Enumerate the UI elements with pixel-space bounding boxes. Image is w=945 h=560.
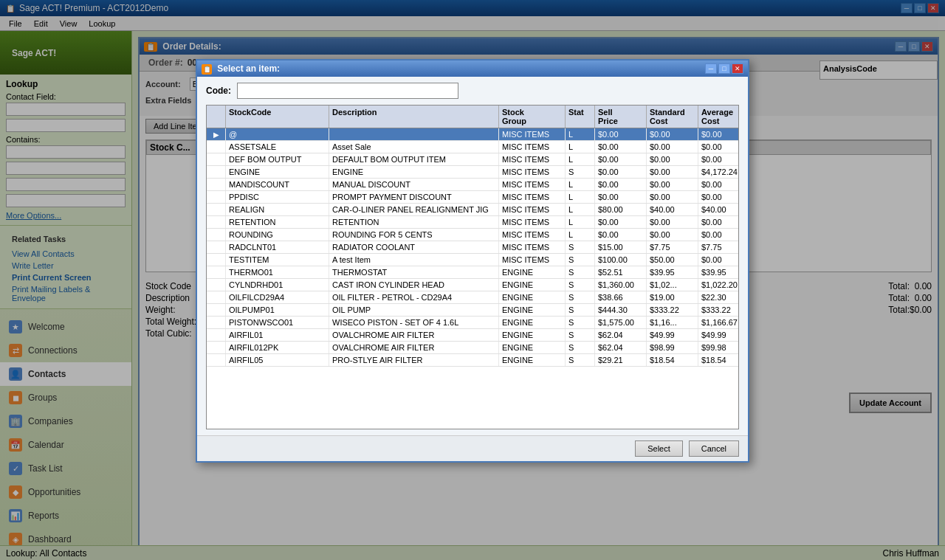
cell-description: WISECO PISTON - SET OF 4 1.6L — [329, 317, 499, 328]
table-row[interactable]: PPDISC PROMPT PAYMENT DISCOUNT MISC ITEM… — [207, 191, 738, 204]
cell-description: OVALCHROME AIR FILTER — [329, 329, 499, 341]
cell-description: Asset Sale — [329, 141, 499, 153]
cell-average-cost: $333.22 — [698, 304, 738, 316]
table-row[interactable]: MANDISCOUNT MANUAL DISCOUNT MISC ITEMS L… — [207, 179, 738, 191]
table-row[interactable]: OILFILCD29A4 OIL FILTER - PETROL - CD29A… — [207, 291, 738, 304]
cell-stock-code: @ — [226, 128, 329, 140]
cell-standard-cost: $98.99 — [647, 342, 698, 353]
cell-average-cost: $40.00 — [698, 204, 738, 215]
dialog-bottom: Select Cancel — [197, 435, 748, 461]
cell-stat: S — [566, 329, 595, 341]
cell-average-cost: $0.00 — [698, 191, 738, 203]
dialog-controls: ─ □ ✕ — [705, 63, 743, 74]
grid-header: StockCode Description StockGroup Stat Se… — [207, 106, 738, 128]
cell-sell-price: $1,575.00 — [595, 317, 647, 328]
code-input[interactable] — [237, 83, 458, 99]
code-label: Code: — [206, 86, 231, 96]
cell-description — [329, 128, 499, 140]
col-header-description: Description — [329, 106, 499, 128]
dialog-maximize[interactable]: □ — [718, 63, 730, 74]
table-row[interactable]: AIRFIL01 OVALCHROME AIR FILTER ENGINE S … — [207, 329, 738, 342]
dialog-close[interactable]: ✕ — [732, 63, 743, 74]
cell-standard-cost: $18.54 — [647, 354, 698, 366]
code-row: Code: — [206, 83, 739, 99]
modal-overlay: 📋 Select an item: ─ □ ✕ Code: StockCode — [0, 0, 945, 560]
cell-average-cost: $99.98 — [698, 342, 738, 353]
dialog-title-bar: 📋 Select an item: ─ □ ✕ — [197, 61, 748, 77]
row-indicator — [207, 254, 226, 266]
cell-stock-code: TESTITEM — [226, 254, 329, 266]
table-row[interactable]: AIRFIL012PK OVALCHROME AIR FILTER ENGINE… — [207, 342, 738, 354]
row-indicator — [207, 317, 226, 328]
table-row[interactable]: ROUNDING ROUNDING FOR 5 CENTS MISC ITEMS… — [207, 229, 738, 241]
dialog-minimize[interactable]: ─ — [705, 63, 717, 74]
table-row[interactable]: CYLNDRHD01 CAST IRON CYLINDER HEAD ENGIN… — [207, 279, 738, 291]
items-grid: StockCode Description StockGroup Stat Se… — [206, 105, 739, 429]
cell-stock-code: CYLNDRHD01 — [226, 279, 329, 291]
table-row[interactable]: OILPUMP01 OIL PUMP ENGINE S $444.30 $333… — [207, 304, 738, 317]
cell-stock-group: ENGINE — [499, 304, 566, 316]
cell-average-cost: $0.00 — [698, 141, 738, 153]
cell-stock-code: RADCLNT01 — [226, 241, 329, 253]
cell-stat: L — [566, 128, 595, 140]
dialog-title-text: 📋 Select an item: — [202, 63, 280, 75]
row-indicator — [207, 279, 226, 291]
cell-stock-group: MISC ITEMS — [499, 153, 566, 165]
cell-stock-group: MISC ITEMS — [499, 179, 566, 190]
cell-stat: L — [566, 216, 595, 228]
col-header-sell-price: SellPrice — [595, 106, 647, 128]
cell-stock-code: AIRFIL012PK — [226, 342, 329, 353]
cell-stock-code: ROUNDING — [226, 229, 329, 241]
table-row[interactable]: ▶ @ MISC ITEMS L $0.00 $0.00 $0.00 $0.00 — [207, 128, 738, 141]
table-row[interactable]: TESTITEM A test Item MISC ITEMS S $100.0… — [207, 254, 738, 266]
cell-stock-code: THERMO01 — [226, 266, 329, 278]
cell-stock-code: AIRFIL01 — [226, 329, 329, 341]
table-row[interactable]: THERMO01 THERMOSTAT ENGINE S $52.51 $39.… — [207, 266, 738, 279]
cell-stock-group: ENGINE — [499, 342, 566, 353]
cell-stat: S — [566, 304, 595, 316]
col-header-average-cost: Average Cost — [698, 106, 739, 128]
cell-stock-group: MISC ITEMS — [499, 166, 566, 178]
cell-average-cost: $39.95 — [698, 266, 738, 278]
cell-standard-cost: $0.00 — [647, 191, 698, 203]
table-row[interactable]: RETENTION RETENTION MISC ITEMS L $0.00 $… — [207, 216, 738, 229]
cell-average-cost: $1,022.20 — [698, 279, 738, 291]
cell-description: PROMPT PAYMENT DISCOUNT — [329, 191, 499, 203]
col-header-indicator — [207, 106, 226, 128]
row-indicator — [207, 229, 226, 241]
table-row[interactable]: RADCLNT01 RADIATOR COOLANT MISC ITEMS S … — [207, 241, 738, 254]
cancel-button[interactable]: Cancel — [689, 440, 739, 457]
cell-stat: S — [566, 166, 595, 178]
cell-stock-group: MISC ITEMS — [499, 191, 566, 203]
cell-description: DEFAULT BOM OUTPUT ITEM — [329, 153, 499, 165]
cell-stat: L — [566, 191, 595, 203]
cell-stat: L — [566, 141, 595, 153]
cell-sell-price: $0.00 — [595, 128, 647, 140]
table-row[interactable]: ASSETSALE Asset Sale MISC ITEMS L $0.00 … — [207, 141, 738, 153]
cell-stock-code: PPDISC — [226, 191, 329, 203]
table-row[interactable]: DEF BOM OUTPUT DEFAULT BOM OUTPUT ITEM M… — [207, 153, 738, 166]
cell-average-cost: $22.30 — [698, 291, 738, 303]
dialog-icon: 📋 — [202, 64, 212, 75]
table-row[interactable]: AIRFIL05 PRO-STLYE AIR FILTER ENGINE S $… — [207, 354, 738, 367]
cell-standard-cost: $0.00 — [647, 229, 698, 241]
cell-stock-group: ENGINE — [499, 291, 566, 303]
table-row[interactable]: PISTONWSCO01 WISECO PISTON - SET OF 4 1.… — [207, 317, 738, 329]
cell-stock-group: MISC ITEMS — [499, 254, 566, 266]
cell-stock-code: MANDISCOUNT — [226, 179, 329, 190]
cell-stat: S — [566, 254, 595, 266]
row-indicator — [207, 354, 226, 366]
cell-stock-code: REALIGN — [226, 204, 329, 215]
cell-standard-cost: $333.22 — [647, 304, 698, 316]
select-item-dialog: 📋 Select an item: ─ □ ✕ Code: StockCode — [196, 59, 749, 463]
grid-body[interactable]: ▶ @ MISC ITEMS L $0.00 $0.00 $0.00 $0.00… — [207, 128, 738, 429]
select-button[interactable]: Select — [635, 440, 683, 457]
cell-standard-cost: $0.00 — [647, 128, 698, 140]
row-indicator — [207, 304, 226, 316]
table-row[interactable]: REALIGN CAR-O-LINER PANEL REALIGNMENT JI… — [207, 204, 738, 216]
row-indicator: ▶ — [207, 128, 226, 140]
col-header-stock-group: StockGroup — [499, 106, 566, 128]
table-row[interactable]: ENGINE ENGINE MISC ITEMS S $0.00 $0.00 $… — [207, 166, 738, 179]
cell-sell-price: $62.04 — [595, 329, 647, 341]
cell-stock-code: DEF BOM OUTPUT — [226, 153, 329, 165]
